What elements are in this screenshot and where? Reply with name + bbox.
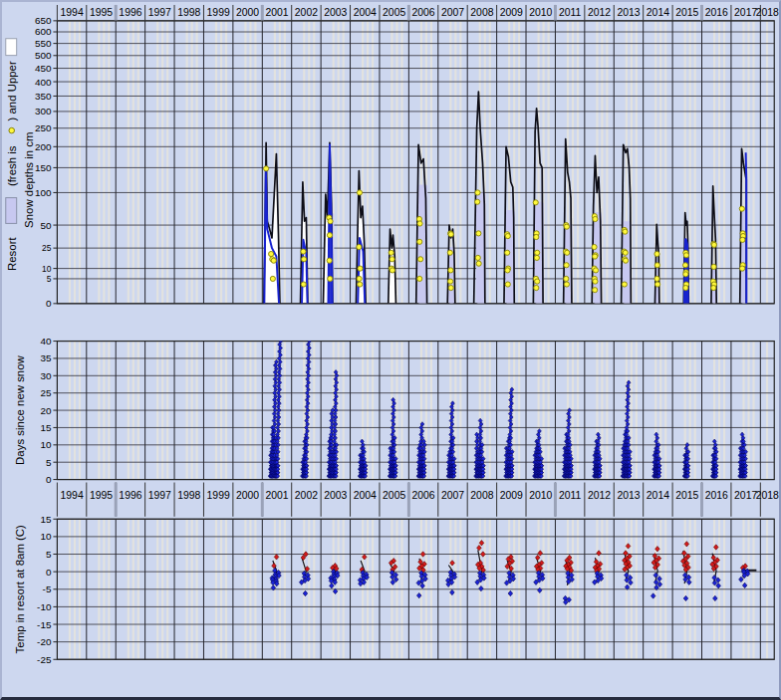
tick-label-temp: -5: [43, 583, 52, 594]
tick-label-snow: 100: [35, 187, 52, 198]
five-year-mark: [407, 5, 410, 20]
year-label: 2004: [354, 490, 377, 501]
tick-label-snow: 10: [42, 264, 52, 274]
fresh-snow-dot: [327, 258, 332, 263]
fresh-snow-dot: [682, 263, 687, 268]
tick-label-snow: 50: [40, 220, 52, 231]
five-year-mark: [407, 483, 410, 517]
month-stripe: [244, 21, 246, 303]
year-label: 2011: [559, 490, 582, 501]
year-label: 1996: [119, 7, 141, 18]
month-stripe: [156, 21, 158, 303]
month-stripe: [132, 21, 134, 303]
snow-history-chart: 1994199519961997199819992000200120022003…: [2, 2, 779, 697]
month-stripe: [249, 21, 251, 303]
year-label: 2014: [647, 7, 669, 18]
month-stripe: [313, 21, 315, 303]
tick-label-temp: -20: [37, 636, 52, 647]
year-label: 2007: [441, 490, 464, 501]
five-year-mark: [700, 5, 703, 20]
fresh-snow-dot: [533, 200, 538, 205]
fresh-snow-dot: [448, 232, 453, 237]
tick-label-days: 40: [40, 336, 52, 347]
month-stripe: [254, 21, 256, 303]
days-marker: [307, 336, 311, 341]
tick-label-snow: 500: [35, 50, 52, 61]
tick-label-temp: -10: [37, 601, 52, 612]
fresh-snow-dot: [270, 276, 275, 281]
five-year-mark: [115, 483, 118, 517]
year-label: 2012: [588, 7, 611, 18]
fresh-snow-dot: [505, 282, 510, 287]
fresh-snow-dot: [358, 266, 363, 271]
year-label: 2004: [354, 7, 377, 18]
month-stripe: [723, 21, 725, 303]
month-stripe: [747, 21, 749, 303]
month-stripe: [430, 21, 432, 303]
month-stripe: [284, 21, 286, 303]
year-label: 2018: [756, 7, 779, 18]
fresh-snow-dot: [447, 250, 452, 255]
year-label: 1997: [148, 7, 171, 18]
fresh-snow-dot: [654, 263, 659, 268]
axis-title-snow-depths: Snow depths in cm: [23, 132, 35, 228]
month-stripe: [308, 21, 310, 303]
fresh-snow-dot: [654, 251, 659, 256]
year-label: 2000: [236, 7, 259, 18]
month-stripe: [137, 21, 139, 303]
fresh-snow-dot: [623, 250, 628, 255]
tick-label-snow: 5: [47, 274, 52, 284]
year-label: 1995: [90, 7, 113, 18]
tick-label-snow: 300: [35, 106, 52, 117]
fresh-snow-dot: [271, 258, 276, 263]
fresh-snow-dot: [739, 206, 744, 211]
year-label: 2009: [500, 7, 523, 18]
fresh-snow-dot: [476, 261, 481, 266]
fresh-snow-dot: [417, 276, 422, 281]
month-stripe: [372, 21, 374, 303]
month-stripe: [220, 21, 222, 303]
month-stripe: [343, 21, 345, 303]
month-stripe: [128, 21, 130, 303]
year-label: 2015: [675, 7, 698, 18]
tick-label-snow: 400: [35, 77, 52, 88]
month-stripe: [547, 21, 549, 303]
year-label: 1999: [207, 7, 230, 18]
tick-label-days: 15: [40, 422, 52, 433]
fresh-snow-dot: [535, 250, 540, 255]
tick-label-temp: 15: [40, 514, 52, 525]
five-year-mark: [115, 5, 118, 20]
fresh-snow-dot: [535, 279, 540, 284]
fresh-snow-dot: [564, 282, 569, 287]
month-stripe: [338, 21, 340, 303]
fresh-snow-dot: [475, 255, 480, 260]
month-stripe: [489, 21, 491, 303]
tick-label-snow: 650: [35, 15, 52, 26]
year-label: 2001: [265, 490, 288, 501]
fresh-snow-dot: [593, 268, 598, 273]
axis-title-fresh: (fresh is: [6, 145, 18, 186]
fresh-snow-dot: [505, 233, 510, 238]
year-label: 2009: [500, 490, 523, 501]
year-label: 1995: [90, 490, 113, 501]
month-stripe: [225, 21, 227, 303]
fresh-snow-dot: [328, 276, 333, 281]
fresh-snow-dot: [564, 263, 569, 268]
year-label: 2010: [529, 7, 552, 18]
fresh-snow-dot: [654, 276, 659, 281]
fresh-snow-dot: [505, 250, 510, 255]
fresh-snow-dot: [357, 244, 362, 249]
year-label: 2008: [470, 490, 493, 501]
fresh-snow-dot: [711, 242, 716, 247]
fresh-snow-dot: [593, 288, 598, 293]
year-label: 2006: [411, 490, 434, 501]
month-stripe: [606, 21, 608, 303]
year-label: 2002: [295, 7, 318, 18]
five-year-mark: [554, 483, 557, 517]
axis-title-temp: Temp in resort at 8am (C): [14, 525, 26, 654]
fresh-snow-dot: [740, 237, 745, 242]
year-label: 1998: [177, 7, 200, 18]
year-label: 2018: [756, 490, 779, 501]
year-label: 2010: [529, 490, 552, 501]
fresh-snow-dot: [327, 233, 332, 238]
